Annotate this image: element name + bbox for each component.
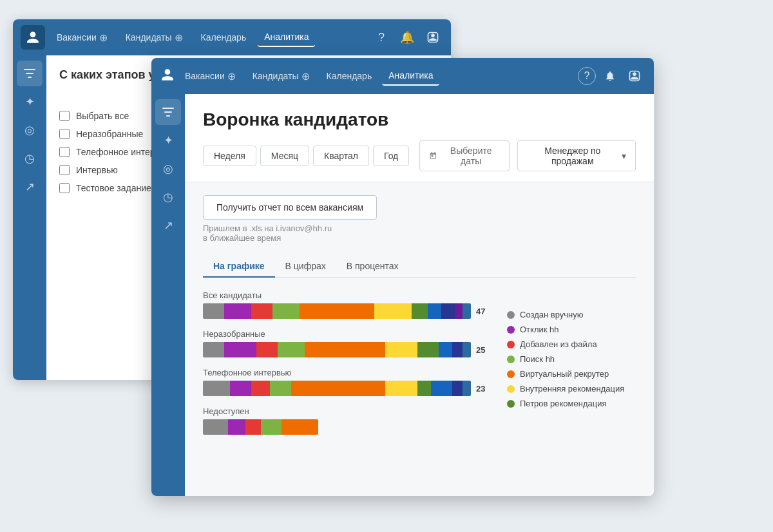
svg-rect-5 [162,108,174,109]
bar-count-phone: 23 [476,384,491,394]
back-nav-calendar[interactable]: Календарь [195,28,253,46]
back-checkbox-phone-input[interactable] [59,147,70,157]
report-btn[interactable]: Получить отчет по всем вакансиям [203,195,377,220]
back-logo [21,25,45,50]
back-candidates-plus[interactable]: ⊕ [175,32,183,44]
svg-rect-7 [166,115,170,117]
chart-tab-numbers[interactable]: В цифрах [275,256,336,278]
front-bell-icon[interactable] [600,66,620,86]
front-nav-calendar[interactable]: Календарь [320,67,379,85]
back-nav-analytics[interactable]: Аналитика [258,28,315,47]
chevron-down-icon: ▾ [622,151,626,161]
vacancy-select-label: Менеджер по продажам [527,146,618,166]
chart-tab-percent[interactable]: В процентах [336,256,409,278]
period-week-btn[interactable]: Неделя [203,146,256,166]
bar-seg-p9 [452,381,463,396]
chart-bars: Все кандидаты [203,290,491,445]
bar-count-unreviewed: 25 [476,345,491,355]
legend-label-from-file: Добавлен из файла [520,339,597,349]
front-content: ✦ ◎ ◷ ↗ Воронка кандидатов Неделя Месяц … [151,94,654,496]
front-nav-vacancies[interactable]: Вакансии ⊕ [178,66,242,86]
back-sidebar-move[interactable]: ✦ [17,89,43,115]
back-sidebar: ✦ ◎ ◷ ↗ [13,55,46,380]
bar-seg-p3 [251,381,270,396]
back-vacancies-plus[interactable]: ⊕ [99,32,108,44]
bar-row-all: Все кандидаты [203,290,491,319]
back-nav-vacancies[interactable]: Вакансии ⊕ [50,28,114,48]
bar-seg-u4 [278,342,305,357]
back-sidebar-chart[interactable]: ↗ [17,174,43,200]
front-sidebar-chart[interactable]: ↗ [155,213,181,238]
report-hint: Пришлем в .xls на i.ivanov@hh.ru в ближа… [203,223,636,243]
front-page-title: Воронка кандидатов [203,109,636,130]
date-picker-btn[interactable]: Выберите даты [419,140,510,171]
bar-seg-4 [272,303,300,319]
legend-manual: Создан вручную [507,310,636,319]
back-help-icon[interactable]: ? [371,27,392,48]
bar-seg-p5 [291,381,385,396]
front-period-tabs: Неделя Месяц Квартал Год Выберите даты М… [203,140,636,171]
bar-seg-p6 [385,381,417,396]
bar-track-phone: 23 [203,381,491,396]
chart-tab-graph[interactable]: На графике [203,256,275,278]
legend-label-hh-search: Поиск hh [520,354,555,364]
bar-row-unreviewed: Неразобранные [203,329,491,357]
bar-seg-v2 [228,419,245,435]
front-sidebar-filter[interactable] [155,99,181,125]
front-nav-bar: Вакансии ⊕ Кандидаты ⊕ Календарь Аналити… [151,58,654,94]
front-sidebar-circle[interactable]: ◎ [155,156,181,182]
front-sidebar-move[interactable]: ✦ [155,128,181,153]
front-nav-analytics[interactable]: Аналитика [382,66,439,86]
bar-fill-phone [203,381,471,396]
legend-petrov-recommendation: Петров рекомендация [507,399,636,408]
bar-row-phone: Телефонное интервью [203,368,491,396]
bar-seg-1 [203,303,224,319]
back-sidebar-filter[interactable] [17,61,43,86]
svg-rect-3 [28,77,32,78]
legend-internal-recommendation: Внутренняя рекомендация [507,384,636,394]
svg-rect-6 [164,111,172,113]
period-quarter-btn[interactable]: Квартал [313,146,369,166]
back-sidebar-circle[interactable]: ◎ [17,117,43,143]
back-checkbox-select-all-input[interactable] [59,111,70,121]
front-candidates-plus[interactable]: ⊕ [301,70,310,82]
bar-seg-5 [300,303,374,319]
front-sidebar-clock[interactable]: ◷ [155,184,181,210]
legend-label-internal-recommendation: Внутренняя рекомендация [520,384,624,394]
bar-seg-10 [455,303,463,319]
front-user-icon[interactable] [624,66,645,86]
bar-seg-u3 [256,342,278,357]
bar-seg-9 [441,303,455,319]
front-nav-candidates[interactable]: Кандидаты ⊕ [246,66,316,86]
bar-track-all: 47 [203,303,491,319]
bar-fill-unavailable [203,419,318,435]
bar-label-unavailable: Недоступен [203,406,491,416]
period-month-btn[interactable]: Месяц [260,146,309,166]
back-bell-icon[interactable]: 🔔 [397,27,417,48]
legend-dot-hh-response [507,326,515,334]
back-checkbox-unreviewed-label: Неразобранные [76,129,143,139]
back-user-icon[interactable] [423,27,443,48]
back-checkbox-unreviewed-input[interactable] [59,129,70,139]
bar-count-all: 47 [476,307,491,316]
back-checkbox-interview-input[interactable] [59,165,70,175]
legend-label-manual: Создан вручную [520,310,583,319]
bar-seg-p4 [270,381,291,396]
back-nav-bar: Вакансии ⊕ Кандидаты ⊕ Календарь Аналити… [13,19,451,55]
back-nav-candidates[interactable]: Кандидаты ⊕ [119,28,189,48]
report-hint-line1: Пришлем в .xls на i.ivanov@hh.ru [203,223,636,233]
front-vacancies-plus[interactable]: ⊕ [227,70,236,82]
chart-tabs: На графике В цифрах В процентах [203,256,636,278]
back-sidebar-clock[interactable]: ◷ [17,146,43,171]
legend-dot-internal-recommendation [507,385,515,393]
bar-fill-all [203,303,471,319]
front-help-icon[interactable]: ? [578,67,596,85]
bar-seg-u9 [452,342,463,357]
bar-seg-v1 [203,419,228,435]
vacancy-select-btn[interactable]: Менеджер по продажам ▾ [517,140,636,171]
front-main-content: Воронка кандидатов Неделя Месяц Квартал … [185,94,654,496]
period-year-btn[interactable]: Год [373,146,409,166]
legend-dot-petrov-recommendation [507,400,515,408]
back-checkbox-test-input[interactable] [59,183,70,193]
bar-seg-u7 [417,342,439,357]
